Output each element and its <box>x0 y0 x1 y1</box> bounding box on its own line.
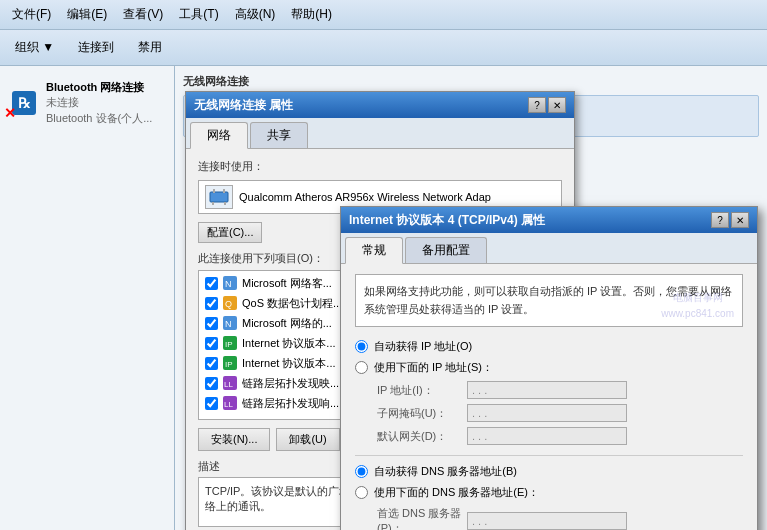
checkbox-2[interactable] <box>205 317 218 330</box>
svg-text:Q: Q <box>225 299 232 309</box>
checkbox-6[interactable] <box>205 397 218 410</box>
checkbox-0[interactable] <box>205 277 218 290</box>
configure-button[interactable]: 配置(C)... <box>198 222 262 243</box>
check-item-label-6: 链路层拓扑发现响... <box>242 396 339 411</box>
svg-rect-2 <box>213 189 215 193</box>
ip-address-label: IP 地址(I)： <box>377 383 467 398</box>
watermark-line2: www.pc841.com <box>661 306 734 322</box>
manual-ip-radio[interactable] <box>355 361 368 374</box>
dns-prefer-label: 首选 DNS 服务器(P)： <box>377 506 467 530</box>
uninstall-button[interactable]: 卸载(U) <box>276 428 339 451</box>
checkbox-1[interactable] <box>205 297 218 310</box>
dialog2-title: Internet 协议版本 4 (TCP/IPv4) 属性 <box>349 212 545 229</box>
svg-text:LL: LL <box>224 400 233 409</box>
divider <box>355 455 743 456</box>
dialog2-title-buttons: ? ✕ <box>711 212 749 228</box>
toolbar: 组织 ▼ 连接到 禁用 <box>0 30 767 66</box>
bluetooth-text: Bluetooth 网络连接 未连接 Bluetooth 设备(个人... <box>46 80 152 126</box>
dialog2-tab-general[interactable]: 常规 <box>345 237 403 264</box>
bluetooth-status: 未连接 <box>46 95 152 110</box>
main-area: ℞ ✕ Bluetooth 网络连接 未连接 Bluetooth 设备(个人..… <box>0 66 767 530</box>
dialog2-tabs: 常规 备用配置 <box>341 233 757 264</box>
dialog1-close-button[interactable]: ✕ <box>548 97 566 113</box>
auto-ip-row[interactable]: 自动获得 IP 地址(O) <box>355 339 743 354</box>
menubar: 文件(F) 编辑(E) 查看(V) 工具(T) 高级(N) 帮助(H) <box>0 0 767 30</box>
item-icon-5: LL <box>222 375 238 391</box>
bluetooth-name: Bluetooth 网络连接 <box>46 80 152 95</box>
manual-dns-row[interactable]: 使用下面的 DNS 服务器地址(E)： <box>355 485 743 500</box>
x-badge: ✕ <box>4 105 16 121</box>
subnet-row: 子网掩码(U)： <box>355 404 743 422</box>
check-item-label-3: Internet 协议版本... <box>242 336 336 351</box>
item-icon-3: IP <box>222 335 238 351</box>
menu-help[interactable]: 帮助(H) <box>283 4 340 25</box>
check-item-label-4: Internet 协议版本... <box>242 356 336 371</box>
menu-view[interactable]: 查看(V) <box>115 4 171 25</box>
subnet-input[interactable] <box>467 404 627 422</box>
dns-prefer-input[interactable] <box>467 512 627 530</box>
dialog2-body: 如果网络支持此功能，则可以获取自动指派的 IP 设置。否则，您需要从网络系统管理… <box>341 264 757 530</box>
gateway-input[interactable] <box>467 427 627 445</box>
menu-file[interactable]: 文件(F) <box>4 4 59 25</box>
svg-text:IP: IP <box>225 340 233 349</box>
check-item-label-0: Microsoft 网络客... <box>242 276 332 291</box>
watermark-line1: 电脑百事网 <box>661 290 734 306</box>
svg-text:LL: LL <box>224 380 233 389</box>
auto-dns-label: 自动获得 DNS 服务器地址(B) <box>374 464 517 479</box>
ip-radio-section: 自动获得 IP 地址(O) 使用下面的 IP 地址(S)： IP 地址(I)： … <box>355 339 743 445</box>
adapter-icon <box>205 185 233 209</box>
dialog1-help-button[interactable]: ? <box>528 97 546 113</box>
install-button[interactable]: 安装(N)... <box>198 428 270 451</box>
gateway-row: 默认网关(D)： <box>355 427 743 445</box>
dialog1-tab-share[interactable]: 共享 <box>250 122 308 148</box>
auto-dns-radio[interactable] <box>355 465 368 478</box>
dialog2-tab-alternate[interactable]: 备用配置 <box>405 237 487 263</box>
ip-address-input[interactable] <box>467 381 627 399</box>
check-item-label-1: QoS 数据包计划程... <box>242 296 342 311</box>
auto-ip-radio[interactable] <box>355 340 368 353</box>
svg-rect-3 <box>223 189 225 193</box>
item-icon-6: LL <box>222 395 238 411</box>
watermark: 电脑百事网 www.pc841.com <box>661 290 734 322</box>
dns-prefer-row: 首选 DNS 服务器(P)： <box>355 506 743 530</box>
connect-using-label: 连接时使用： <box>198 159 562 174</box>
connect-button[interactable]: 连接到 <box>67 35 125 60</box>
svg-text:N: N <box>225 319 232 329</box>
subnet-label: 子网掩码(U)： <box>377 406 467 421</box>
dialog-ipv4: Internet 协议版本 4 (TCP/IPv4) 属性 ? ✕ 常规 备用配… <box>340 206 758 530</box>
dialog2-close-button[interactable]: ✕ <box>731 212 749 228</box>
checkbox-3[interactable] <box>205 337 218 350</box>
dialog2-help-button[interactable]: ? <box>711 212 729 228</box>
bluetooth-network-item[interactable]: ℞ ✕ Bluetooth 网络连接 未连接 Bluetooth 设备(个人..… <box>4 74 170 132</box>
item-icon-2: N <box>222 315 238 331</box>
checkbox-4[interactable] <box>205 357 218 370</box>
dialog1-title: 无线网络连接 属性 <box>194 97 293 114</box>
item-icon-0: N <box>222 275 238 291</box>
gateway-label: 默认网关(D)： <box>377 429 467 444</box>
dialog2-titlebar: Internet 协议版本 4 (TCP/IPv4) 属性 ? ✕ <box>341 207 757 233</box>
disable-button[interactable]: 禁用 <box>127 35 173 60</box>
right-panel-label: 无线网络连接 <box>183 74 759 89</box>
organize-button[interactable]: 组织 ▼ <box>4 35 65 60</box>
left-panel: ℞ ✕ Bluetooth 网络连接 未连接 Bluetooth 设备(个人..… <box>0 66 175 530</box>
dialog1-tab-network[interactable]: 网络 <box>190 122 248 149</box>
auto-dns-row[interactable]: 自动获得 DNS 服务器地址(B) <box>355 464 743 479</box>
dialog1-titlebar: 无线网络连接 属性 ? ✕ <box>186 92 574 118</box>
bluetooth-icon: ℞ ✕ <box>8 87 40 119</box>
manual-ip-row[interactable]: 使用下面的 IP 地址(S)： <box>355 360 743 375</box>
menu-tools[interactable]: 工具(T) <box>171 4 226 25</box>
manual-dns-label: 使用下面的 DNS 服务器地址(E)： <box>374 485 539 500</box>
item-icon-4: IP <box>222 355 238 371</box>
svg-rect-1 <box>210 192 228 202</box>
manual-ip-label: 使用下面的 IP 地址(S)： <box>374 360 493 375</box>
svg-rect-5 <box>224 202 226 205</box>
check-item-label-2: Microsoft 网络的... <box>242 316 332 331</box>
checkbox-5[interactable] <box>205 377 218 390</box>
dns-radio-section: 自动获得 DNS 服务器地址(B) 使用下面的 DNS 服务器地址(E)： 首选… <box>355 464 743 530</box>
item-icon-1: Q <box>222 295 238 311</box>
manual-dns-radio[interactable] <box>355 486 368 499</box>
bluetooth-sub: Bluetooth 设备(个人... <box>46 111 152 126</box>
dialog1-tabs: 网络 共享 <box>186 118 574 149</box>
menu-advanced[interactable]: 高级(N) <box>227 4 284 25</box>
menu-edit[interactable]: 编辑(E) <box>59 4 115 25</box>
